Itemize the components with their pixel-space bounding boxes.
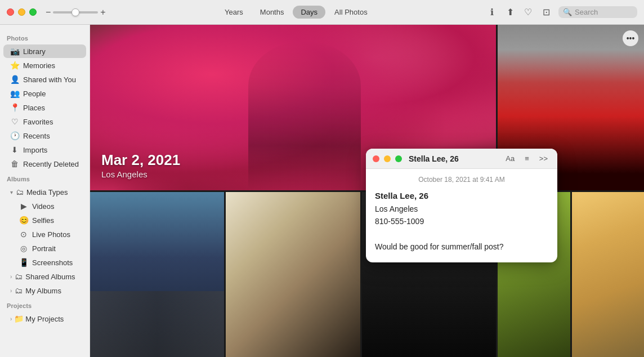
note-expand-button[interactable]: >> [536,153,551,164]
sidebar-item-people[interactable]: 👥 People [3,87,86,100]
my-projects-icon: 📁 [14,314,23,323]
photo-date: Mar 2, 2021 [101,151,180,169]
sidebar-people-label: People [23,90,80,98]
nav-tabs: Years Months Days All Photos [217,6,375,19]
titlebar-right: ℹ ⬆ ♡ ⊡ 🔍 [486,6,637,18]
sidebar-shared-albums-toggle[interactable]: › 🗂 Shared Albums [3,270,86,283]
zoom-plus-button[interactable]: + [100,8,105,17]
note-maximize-button[interactable] [395,155,402,162]
sidebar-item-live-photos[interactable]: ⊙ Live Photos [3,227,86,241]
tab-years[interactable]: Years [217,6,251,19]
sidebar: Photos 📷 Library ⭐ Memories 👤 Shared wit… [0,25,90,357]
right-bottom-photo-2[interactable] [572,192,645,358]
sidebar-item-recents[interactable]: 🕐 Recents [3,129,86,142]
sidebar-item-screenshots[interactable]: 📱 Screenshots [3,256,86,269]
sidebar-recents-label: Recents [23,132,80,140]
sidebar-item-imports[interactable]: ⬇ Imports [3,143,86,157]
note-popup: Stella Lee, 26 Aa ≡ >> October 18, 2021 … [366,149,557,262]
sidebar-library-label: Library [23,47,80,56]
sidebar-media-types-toggle[interactable]: ▾ 🗂 Media Types [3,185,86,199]
sidebar-item-favorites[interactable]: ♡ Favorites [3,115,86,128]
sidebar-my-projects-label: My Projects [25,315,80,323]
sidebar-item-portrait[interactable]: ◎ Portrait [3,242,86,255]
sidebar-portrait-label: Portrait [32,244,80,253]
note-close-button[interactable] [373,155,379,162]
sidebar-item-memories[interactable]: ⭐ Memories [3,59,86,72]
zoom-minus-button[interactable]: − [46,8,51,17]
library-icon: 📷 [10,47,19,56]
note-minimize-button[interactable] [384,155,391,162]
tab-days[interactable]: Days [293,6,325,19]
note-font-button[interactable]: Aa [503,153,517,164]
sidebar-imports-label: Imports [23,146,80,154]
zoom-slider[interactable] [53,11,98,14]
zoom-control: − + [46,8,106,17]
albums-section-title: Albums [0,171,90,185]
sidebar-selfies-label: Selfies [32,216,80,225]
thumb-photo-1[interactable] [90,192,224,358]
window-controls [7,8,37,16]
sidebar-item-recently-deleted[interactable]: 🗑 Recently Deleted [3,157,86,171]
crop-icon[interactable]: ⊡ [540,7,552,18]
favorites-icon: ♡ [10,117,19,126]
sidebar-item-library[interactable]: 📷 Library [3,44,86,58]
chevron-right-icon3: › [10,316,12,322]
titlebar: − + Years Months Days All Photos ℹ ⬆ ♡ ⊡… [0,0,644,25]
tab-months[interactable]: Months [252,6,292,19]
videos-icon: ▶ [19,202,28,211]
sidebar-shared-label: Shared with You [23,75,80,84]
memories-icon: ⭐ [10,61,19,70]
sidebar-item-shared-with-you[interactable]: 👤 Shared with You [3,73,86,86]
note-list-button[interactable]: ≡ [522,153,532,164]
trash-icon: 🗑 [10,159,19,168]
sidebar-live-label: Live Photos [32,230,80,239]
photo-content: Mar 2, 2021 Los Angeles ••• [90,25,644,357]
share-icon[interactable]: ⬆ [504,7,516,18]
note-title: Stella Lee, 26 [409,154,498,163]
sidebar-item-selfies[interactable]: 😊 Selfies [3,213,86,227]
sidebar-memories-label: Memories [23,61,80,70]
minimize-button[interactable] [18,8,25,16]
main-layout: Photos 📷 Library ⭐ Memories 👤 Shared wit… [0,25,644,357]
recents-icon: 🕐 [10,131,19,140]
search-box: 🔍 [558,6,637,18]
people-icon: 👥 [10,89,19,98]
sidebar-my-albums-toggle[interactable]: › 🗂 My Albums [3,284,86,297]
chevron-down-icon: ▾ [10,189,13,195]
sidebar-my-albums-label: My Albums [25,287,80,295]
note-phone: 810-555-1009 [375,215,548,227]
note-body: October 18, 2021 at 9:41 AM Stella Lee, … [366,169,557,262]
search-input[interactable] [575,8,633,16]
more-button[interactable]: ••• [623,30,638,46]
tab-allphotos[interactable]: All Photos [327,6,375,19]
sidebar-item-places[interactable]: 📍 Places [3,101,86,114]
media-types-icon: 🗂 [15,188,24,197]
shared-albums-icon: 🗂 [14,272,23,281]
chevron-right-icon2: › [10,288,12,294]
portrait-icon: ◎ [19,244,28,253]
note-content: Stella Lee, 26 Los Angeles 810-555-1009 … [375,189,548,253]
screenshots-icon: 📱 [19,258,28,267]
my-albums-icon: 🗂 [14,286,23,295]
note-person-name: Stella Lee, 26 [375,189,548,203]
thumb-photo-2[interactable] [226,192,360,358]
maximize-button[interactable] [29,8,37,16]
places-icon: 📍 [10,103,19,112]
heart-icon[interactable]: ♡ [522,7,534,18]
note-titlebar: Stella Lee, 26 Aa ≡ >> [366,149,557,169]
sidebar-item-videos[interactable]: ▶ Videos [3,199,86,213]
sidebar-deleted-label: Recently Deleted [23,160,80,168]
selfies-icon: 😊 [19,216,28,225]
close-button[interactable] [7,8,14,16]
info-icon[interactable]: ℹ [486,7,498,18]
photo-location: Los Angeles [101,169,180,179]
sidebar-favorites-label: Favorites [23,118,80,126]
sidebar-my-projects-toggle[interactable]: › 📁 My Projects [3,312,86,325]
sidebar-places-label: Places [23,104,80,112]
chevron-right-icon: › [10,274,12,280]
photo-overlay: Mar 2, 2021 Los Angeles [101,151,180,179]
shared-with-you-icon: 👤 [10,75,19,84]
media-types-label: Media Types [26,188,80,197]
note-timestamp: October 18, 2021 at 9:41 AM [375,176,548,184]
imports-icon: ⬇ [10,145,19,154]
